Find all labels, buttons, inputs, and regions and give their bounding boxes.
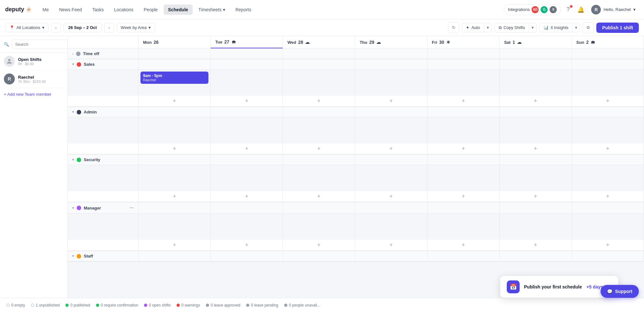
manager-add-mon[interactable]: + — [139, 240, 211, 250]
nav-tasks[interactable]: Tasks — [88, 5, 108, 15]
location-selector[interactable]: 📍 All Locations ▾ — [5, 23, 49, 32]
nav-news-feed[interactable]: News Feed — [54, 5, 86, 15]
refresh-icon: ↻ — [452, 25, 456, 30]
security-add-thu[interactable]: + — [355, 191, 427, 202]
nav-schedule[interactable]: Schedule — [164, 5, 193, 15]
sales-add-sat[interactable]: + — [500, 96, 572, 106]
sales-add-wed[interactable]: + — [283, 96, 355, 106]
notifications-button[interactable]: 🔔 — [575, 4, 587, 15]
user-menu-button[interactable]: R Hello, Raechel ▾ — [588, 4, 639, 16]
nav-me[interactable]: Me — [38, 5, 53, 15]
sales-add-tue[interactable]: + — [211, 96, 283, 106]
prev-week-button[interactable]: ‹ — [51, 23, 61, 33]
manager-shift-thu[interactable] — [355, 214, 427, 239]
admin-shift-sat[interactable] — [500, 117, 572, 143]
manager-shift-tue[interactable] — [211, 214, 283, 239]
settings-button[interactable]: ⚙ — [583, 22, 594, 33]
status-leave-pending: 0 leave pending — [246, 303, 278, 307]
manager-shift-mon[interactable] — [139, 214, 211, 239]
employee-raechel[interactable]: R Raechel 7h 30m · $150.00 — [0, 70, 67, 88]
admin-shift-wed[interactable] — [283, 117, 355, 143]
admin-shift-mon[interactable] — [139, 117, 211, 143]
logo[interactable]: deputy ✳ — [5, 6, 32, 14]
manager-add-sun[interactable]: + — [572, 240, 644, 250]
view-selector[interactable]: Week by Area ▾ — [117, 23, 155, 32]
manager-shift-sun[interactable] — [572, 214, 644, 239]
sales-add-thu[interactable]: + — [355, 96, 427, 106]
admin-add-mon[interactable]: + — [139, 143, 211, 154]
sales-shift-tue[interactable] — [211, 70, 283, 95]
security-shift-thu[interactable] — [355, 165, 427, 191]
auto-dropdown-arrow[interactable]: ▾ — [484, 23, 492, 32]
admin-add-tue[interactable]: + — [211, 143, 283, 154]
insights-button[interactable]: 📊 Il Insights — [540, 23, 572, 32]
publish-button[interactable]: Publish 1 shift — [596, 23, 639, 33]
security-shift-tue[interactable] — [211, 165, 283, 191]
security-chevron[interactable]: ▾ — [72, 158, 74, 162]
manager-add-tue[interactable]: + — [211, 240, 283, 250]
nav-locations[interactable]: Locations — [110, 5, 138, 15]
security-add-fri[interactable]: + — [428, 191, 500, 202]
shift-block-raechel[interactable]: 9am - 5pm Raechel — [140, 72, 208, 84]
security-add-wed[interactable]: + — [283, 191, 355, 202]
security-add-sat[interactable]: + — [500, 191, 572, 202]
open-shifts-item[interactable]: Open Shifts 0h · $0.00 — [0, 53, 67, 70]
manager-shift-wed[interactable] — [283, 214, 355, 239]
sales-shift-fri[interactable] — [428, 70, 500, 95]
security-shift-mon[interactable] — [139, 165, 211, 191]
refresh-button[interactable]: ↻ — [448, 22, 459, 33]
manager-shift-sat[interactable] — [500, 214, 572, 239]
staff-chevron[interactable]: ▾ — [72, 254, 74, 258]
admin-add-fri[interactable]: + — [428, 143, 500, 154]
sales-shift-thu[interactable] — [355, 70, 427, 95]
admin-shift-sun[interactable] — [572, 117, 644, 143]
security-shift-wed[interactable] — [283, 165, 355, 191]
manager-add-sat[interactable]: + — [500, 240, 572, 250]
sales-shift-mon[interactable]: 9am - 5pm Raechel — [139, 70, 211, 95]
admin-shift-fri[interactable] — [428, 117, 500, 143]
nav-reports[interactable]: Reports — [231, 5, 256, 15]
leave-pending-dot — [246, 304, 249, 307]
sales-chevron[interactable]: ▾ — [72, 62, 74, 66]
search-input[interactable] — [12, 40, 68, 49]
manager-chevron[interactable]: ▾ — [72, 206, 74, 210]
admin-add-sun[interactable]: + — [572, 143, 644, 154]
sales-add-sun[interactable]: + — [572, 96, 644, 106]
sales-shift-sun[interactable] — [572, 70, 644, 95]
copy-shifts-dropdown-arrow[interactable]: ▾ — [529, 23, 536, 32]
date-range-display[interactable]: 26 Sep – 2 Oct — [63, 23, 102, 32]
sales-shift-wed[interactable] — [283, 70, 355, 95]
insights-dropdown-arrow[interactable]: ▾ — [572, 23, 580, 32]
add-team-member-button[interactable]: + Add new Team member — [0, 88, 67, 101]
security-shift-fri[interactable] — [428, 165, 500, 191]
security-shift-sat[interactable] — [500, 165, 572, 191]
security-add-tue[interactable]: + — [211, 191, 283, 202]
manager-add-fri[interactable]: + — [428, 240, 500, 250]
manager-shift-fri[interactable] — [428, 214, 500, 239]
nav-timesheets[interactable]: Timesheets ▾ — [194, 5, 230, 15]
admin-add-thu[interactable]: + — [355, 143, 427, 154]
time-off-chevron[interactable]: › — [72, 52, 73, 56]
fri-weather-icon: ☀ — [446, 40, 450, 45]
support-button[interactable]: 💬 Support — [601, 285, 639, 298]
security-add-sun[interactable]: + — [572, 191, 644, 202]
integrations-button[interactable]: Integrations AD G 9 — [504, 4, 561, 15]
nav-people[interactable]: People — [139, 5, 162, 15]
admin-add-sat[interactable]: + — [500, 143, 572, 154]
manager-more-button[interactable]: ··· — [130, 205, 134, 211]
help-button[interactable]: ? — [562, 4, 574, 15]
next-week-button[interactable]: › — [104, 23, 114, 33]
sales-add-mon[interactable]: + — [139, 96, 211, 106]
sales-add-fri[interactable]: + — [428, 96, 500, 106]
sales-shift-sat[interactable] — [500, 70, 572, 95]
manager-add-wed[interactable]: + — [283, 240, 355, 250]
admin-shift-tue[interactable] — [211, 117, 283, 143]
admin-add-wed[interactable]: + — [283, 143, 355, 154]
security-shift-sun[interactable] — [572, 165, 644, 191]
admin-shift-thu[interactable] — [355, 117, 427, 143]
security-add-mon[interactable]: + — [139, 191, 211, 202]
manager-add-thu[interactable]: + — [355, 240, 427, 250]
admin-chevron[interactable]: ▾ — [72, 110, 74, 114]
auto-button[interactable]: ✦ Auto — [462, 23, 484, 32]
copy-shifts-button[interactable]: ⧉ Copy Shifts — [495, 23, 529, 32]
